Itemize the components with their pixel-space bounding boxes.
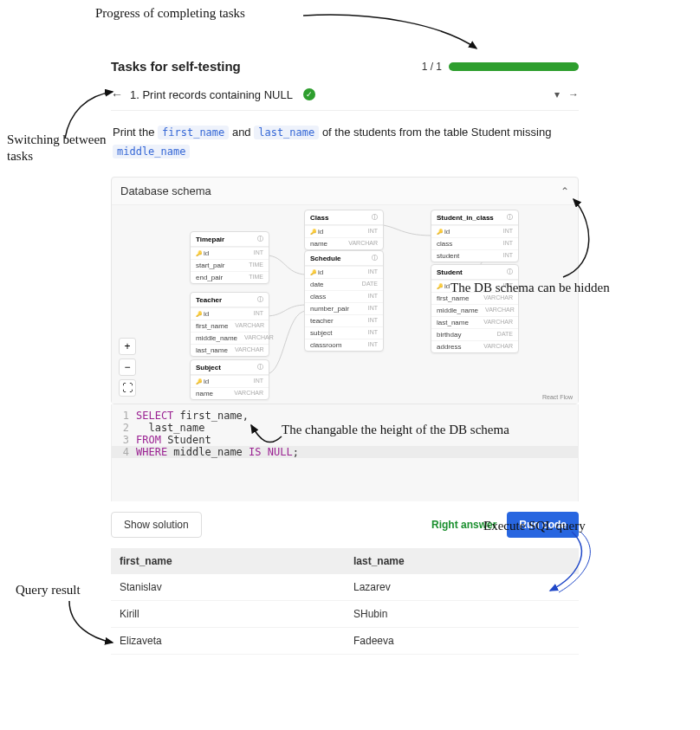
editor-line[interactable]: 4WHERE middle_name IS NULL; [112, 446, 578, 458]
results-header-cell: last_name [345, 548, 579, 574]
table-class[interactable]: ClassⓘidINTnameVARCHAR [304, 210, 384, 250]
table-column: dateDATE [305, 278, 383, 290]
table-column: idINT [191, 247, 269, 259]
table-column: idINT [305, 266, 383, 278]
main-panel: Tasks for self-testing 1 / 1 ← 1. Print … [111, 59, 579, 655]
table-column: classroomINT [305, 339, 383, 351]
results-row: StanislavLazarev [111, 574, 579, 601]
editor-line[interactable]: 2 last_name [112, 422, 578, 434]
table-column: subjectINT [305, 326, 383, 339]
zoom-in-button[interactable]: + [119, 338, 136, 355]
check-badge-icon: ✓ [303, 88, 315, 100]
task-title: 1. Print records containing NULL [130, 88, 293, 101]
table-column: addressVARCHAR [431, 340, 518, 352]
table-header: Scheduleⓘ [305, 251, 383, 266]
task-nav: ← 1. Print records containing NULL ✓ ▾ → [111, 82, 579, 111]
next-task-arrow-icon[interactable]: → [568, 88, 579, 100]
schema-zoom-controls: + − ⛶ [119, 338, 136, 397]
table-column: last_nameVARCHAR [431, 316, 518, 328]
results-row: ElizavetaFadeeva [111, 628, 579, 655]
sql-editor[interactable]: 1SELECT first_name,2 last_name3FROM Stud… [111, 404, 579, 501]
show-solution-button[interactable]: Show solution [111, 512, 202, 538]
progress-bar [449, 62, 579, 71]
react-flow-attribution: React Flow [542, 394, 573, 400]
table-column: last_nameVARCHAR [191, 344, 269, 356]
table-column: idINT [191, 375, 269, 387]
code-chip-first-name: first_name [158, 126, 229, 139]
table-schedule[interactable]: ScheduleⓘidINTdateDATEclassINTnumber_pai… [304, 250, 384, 352]
table-header: Classⓘ [305, 210, 383, 225]
schema-panel: Database schema ⌃ TimepairⓘidINTstart_pa… [111, 177, 579, 404]
back-arrow-icon[interactable]: ← [111, 87, 123, 101]
line-number: 1 [112, 410, 136, 422]
table-header: Studentⓘ [431, 265, 518, 280]
code-content: FROM Student [136, 434, 211, 446]
table-column: idINT [191, 307, 269, 320]
results-cell: Elizaveta [111, 628, 345, 654]
table-column: middle_nameVARCHAR [191, 332, 269, 344]
schema-label: Database schema [120, 184, 211, 197]
code-content: SELECT first_name, [136, 410, 249, 422]
table-teacher[interactable]: TeacherⓘidINTfirst_nameVARCHARmiddle_nam… [190, 292, 269, 357]
table-column: nameVARCHAR [305, 237, 383, 249]
table-column: end_pairTIME [191, 271, 269, 283]
editor-line[interactable]: 3FROM Student [112, 434, 578, 446]
table-header: Timepairⓘ [191, 232, 269, 247]
table-column: birthdayDATE [431, 328, 518, 340]
results-cell: Fadeeva [345, 628, 579, 654]
results-row: KirillSHubin [111, 601, 579, 628]
schema-body[interactable]: TimepairⓘidINTstart_pairTIMEend_pairTIME… [112, 204, 578, 404]
table-column: nameVARCHAR [191, 387, 269, 399]
results-cell: Lazarev [345, 574, 579, 600]
prompt-text: of the students from the table Student m… [322, 126, 551, 139]
zoom-out-button[interactable]: − [119, 359, 136, 376]
code-content: last_name [136, 422, 204, 434]
table-column: classINT [305, 290, 383, 302]
table-column: idINT [305, 225, 383, 237]
fit-view-button[interactable]: ⛶ [119, 379, 136, 397]
editor-line[interactable]: 1SELECT first_name, [112, 410, 578, 422]
schema-toggle[interactable]: Database schema ⌃ [112, 178, 578, 204]
progress-count: 1 / 1 [422, 61, 442, 73]
results-table: first_namelast_nameStanislavLazarevKiril… [111, 548, 579, 655]
code-chip-middle-name: middle_name [113, 145, 190, 158]
table-column: number_pairINT [305, 302, 383, 314]
table-column: idINT [431, 225, 518, 237]
page-title: Tasks for self-testing [111, 59, 241, 74]
line-number: 3 [112, 434, 136, 446]
results-header-cell: first_name [111, 548, 345, 574]
run-code-button[interactable]: Run code [507, 512, 579, 538]
results-cell: SHubin [345, 601, 579, 627]
results-cell: Stanislav [111, 574, 345, 600]
code-content: WHERE middle_name IS NULL; [136, 446, 299, 458]
table-timepair[interactable]: TimepairⓘidINTstart_pairTIMEend_pairTIME [190, 231, 269, 284]
line-number: 2 [112, 422, 136, 434]
results-header-row: first_namelast_name [111, 548, 579, 574]
table-column: classINT [431, 237, 518, 249]
table-column: first_nameVARCHAR [191, 320, 269, 332]
table-column: first_nameVARCHAR [431, 292, 518, 304]
line-number: 4 [112, 446, 136, 458]
annotation-query-result: Query result [16, 582, 81, 598]
table-header: Teacherⓘ [191, 293, 269, 307]
table-column: studentINT [431, 249, 518, 262]
header-row: Tasks for self-testing 1 / 1 [111, 59, 579, 74]
arrow-progress [303, 7, 494, 59]
table-column: start_pairTIME [191, 259, 269, 271]
run-bar: Show solution Right answer Run code [111, 501, 579, 548]
prompt-text: and [232, 126, 254, 139]
task-dropdown-icon[interactable]: ▾ [554, 88, 560, 100]
table-header: Student_in_classⓘ [431, 210, 518, 225]
annotation-switching: Switching between tasks [7, 132, 107, 165]
table-student-in-class[interactable]: Student_in_classⓘidINTclassINTstudentINT [431, 210, 519, 262]
table-column: idINT [431, 280, 518, 292]
right-answer-label: Right answer [431, 519, 496, 531]
prompt-text: Print the [113, 126, 158, 139]
table-subject[interactable]: SubjectⓘidINTnameVARCHAR [190, 359, 269, 400]
code-chip-last-name: last_name [254, 126, 319, 139]
task-prompt: Print the first_name and last_name of th… [111, 111, 579, 177]
table-column: teacherINT [305, 314, 383, 326]
table-student[interactable]: StudentⓘidINTfirst_nameVARCHARmiddle_nam… [431, 264, 519, 353]
progress-wrap: 1 / 1 [422, 61, 579, 73]
chevron-up-icon: ⌃ [561, 185, 569, 197]
